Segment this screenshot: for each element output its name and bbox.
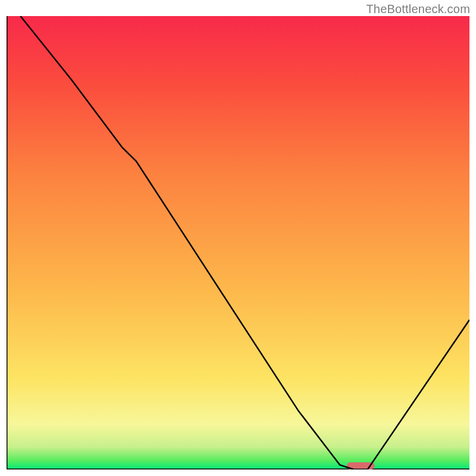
chart-canvas: [7, 16, 469, 469]
bottleneck-chart: [7, 16, 469, 469]
chart-background: [7, 16, 469, 469]
watermark-text: TheBottleneck.com: [366, 2, 470, 16]
